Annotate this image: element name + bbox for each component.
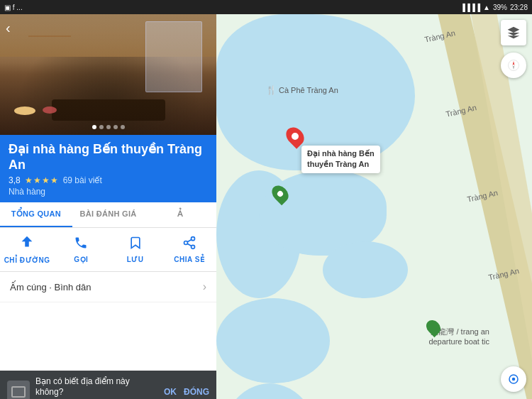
place-category: Nhà hàng <box>9 187 208 197</box>
tab-reviews[interactable]: BÀI ĐÁNH GIÁ <box>72 202 145 227</box>
notification-text: Bạn có biết địa điểm này không? Giúp ng.… <box>35 376 158 399</box>
time-display: 23:28 <box>510 4 528 11</box>
place-info: Đại nhà hàng Bến thuyền Tràng An 3,8 ★★★… <box>0 135 216 202</box>
status-icons: ▣ f ... <box>4 4 23 11</box>
call-button[interactable]: GỌI <box>54 231 108 268</box>
photo-dot-5 <box>121 125 125 129</box>
status-bar-left: ▣ f ... <box>4 4 23 11</box>
share-icon <box>182 236 196 253</box>
map-panel[interactable]: Tràng An Tràng An Tràng An Tràng An 🍴 Cà… <box>216 14 532 399</box>
message-icon <box>11 386 26 398</box>
tab-overview[interactable]: TỔNG QUAN <box>0 202 72 227</box>
photo-dot-3 <box>106 125 111 129</box>
battery-level: 39% <box>493 4 507 11</box>
chevron-icon: › <box>203 280 206 293</box>
photo-food2 <box>43 106 57 114</box>
phone-icon <box>74 236 88 253</box>
save-label: LƯU <box>127 256 144 263</box>
notification-title: Bạn có biết địa điểm này không? <box>35 376 158 398</box>
wifi-icon: ▲ <box>483 4 490 11</box>
map-layers-button[interactable] <box>501 20 526 45</box>
description-row[interactable]: Ấm cúng · Bình dân › <box>0 272 216 302</box>
svg-line-3 <box>187 244 192 246</box>
notification-icon <box>7 381 30 399</box>
svg-point-0 <box>191 237 194 241</box>
bookmark-icon <box>128 236 143 253</box>
rating-number: 3,8 <box>9 175 21 185</box>
cafe-label: 🍴 Cà Phê Tràng An <box>266 85 338 95</box>
svg-point-2 <box>191 246 194 249</box>
review-count: 69 bài viết <box>63 175 102 185</box>
my-location-button[interactable] <box>501 366 526 392</box>
directions-label: CHỈ ĐƯỜNG <box>4 256 50 264</box>
compass-button[interactable] <box>501 53 526 78</box>
status-bar-right: ▐▐▐▐ ▲ 39% 23:28 <box>460 4 528 11</box>
restaurant-map-label[interactable]: Đại nhà hàng Bến thuyền Tràng An <box>301 146 380 173</box>
photo-window <box>145 21 202 92</box>
nearby-pin[interactable] <box>273 185 287 203</box>
restaurant-label-line2: thuyền Tràng An <box>307 159 375 170</box>
rating-row: 3,8 ★★★★ 69 bài viết <box>9 175 208 185</box>
photo-beam <box>28 35 71 37</box>
photo-dot-4 <box>113 125 118 129</box>
ok-button[interactable]: OK <box>164 387 177 397</box>
water-body-top <box>216 298 330 383</box>
cafe-icon: 🍴 <box>266 85 277 95</box>
notification-actions: OK ĐÓNG <box>164 387 209 397</box>
description-text: Ấm cúng · Bình dân <box>10 282 92 293</box>
back-button[interactable]: ‹ <box>6 20 11 36</box>
water-body-right <box>216 383 323 399</box>
call-label: GỌI <box>74 256 88 263</box>
notification-bar: Bạn có biết địa điểm này không? Giúp ng.… <box>0 371 216 399</box>
boat-label: departure boat tic <box>428 337 489 346</box>
water-body-small <box>323 241 408 298</box>
svg-point-8 <box>512 378 516 381</box>
save-button[interactable]: LƯU <box>109 231 162 268</box>
status-bar: ▣ f ... ▐▐▐▐ ▲ 39% 23:28 <box>0 0 532 14</box>
directions-button[interactable]: CHỈ ĐƯỜNG <box>0 231 54 268</box>
place-name: Đại nhà hàng Bến thuyền Tràng An <box>9 142 208 173</box>
photo-indicator <box>92 125 125 129</box>
map-background: Tràng An Tràng An Tràng An Tràng An 🍴 Cà… <box>216 14 532 399</box>
restaurant-pin[interactable] <box>287 126 303 146</box>
directions-icon <box>19 235 35 254</box>
photo-food1 <box>14 106 35 115</box>
svg-line-4 <box>187 240 192 242</box>
share-button[interactable]: CHIA SẺ <box>162 231 216 268</box>
tabs-row: TỔNG QUAN BÀI ĐÁNH GIÁ Ả <box>0 202 216 228</box>
share-label: CHIA SẺ <box>174 256 204 263</box>
cafe-name: Cà Phê Tràng An <box>279 86 338 94</box>
svg-point-1 <box>184 241 187 245</box>
restaurant-label-line1: Đại nhà hàng Bến <box>307 148 375 159</box>
tab-photos[interactable]: Ả <box>144 202 216 227</box>
action-buttons-row: CHỈ ĐƯỜNG GỌI LƯU <box>0 228 216 272</box>
photo-dot-2 <box>99 125 104 129</box>
photo-dot-1 <box>92 125 96 129</box>
signal-icon: ▐▐▐▐ <box>460 4 480 11</box>
close-notification-button[interactable]: ĐÓNG <box>184 387 209 397</box>
place-photo[interactable]: ‹ <box>0 14 216 135</box>
stars-display: ★★★★ <box>25 175 59 185</box>
left-panel: ‹ Đại nhà hàng Bến thuyền Tràng An 3,8 ★… <box>0 14 216 399</box>
